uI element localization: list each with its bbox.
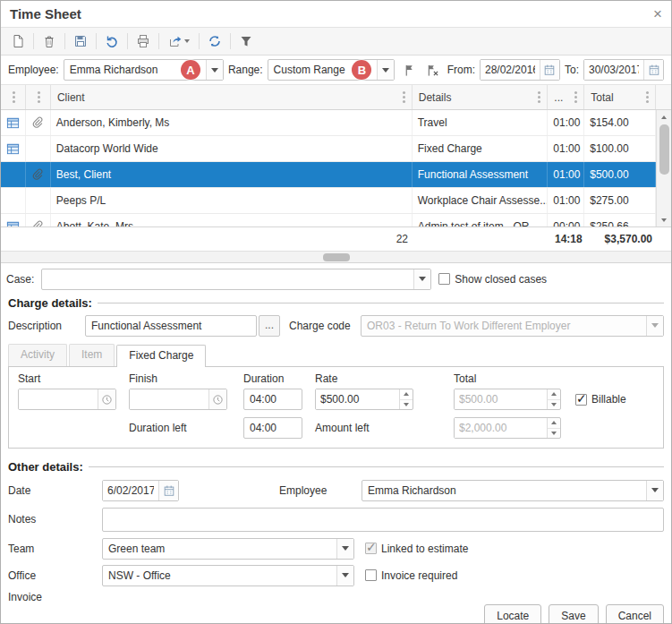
rate-spinner[interactable] bbox=[399, 389, 413, 409]
section-rule bbox=[89, 466, 664, 467]
amount-left-spinner[interactable] bbox=[547, 418, 560, 438]
duration-left-input[interactable] bbox=[243, 417, 302, 439]
spinner-up-icon[interactable] bbox=[548, 418, 560, 429]
export-button[interactable] bbox=[163, 30, 195, 52]
billable-checkbox[interactable]: Billable bbox=[575, 393, 626, 406]
employee-dropdown-button[interactable] bbox=[206, 60, 223, 80]
total-spinner[interactable] bbox=[547, 389, 560, 409]
spinner-down-icon[interactable] bbox=[548, 429, 560, 439]
office-row: Office NSW - Office Invoice required bbox=[1, 564, 671, 586]
spinner-up-icon[interactable] bbox=[548, 389, 560, 400]
refresh-button[interactable] bbox=[203, 30, 226, 52]
office-value: NSW - Office bbox=[103, 566, 336, 586]
range-filter-combo[interactable]: Custom Range B bbox=[268, 59, 396, 81]
team-combo[interactable]: Green team bbox=[102, 538, 354, 560]
window-title: Time Sheet bbox=[10, 6, 81, 21]
table-row-selected[interactable]: Best, Client Functional Assessment 01:00… bbox=[1, 162, 656, 188]
delete-button[interactable] bbox=[38, 30, 61, 52]
table-row[interactable]: Abott, Kate, Mrs Admin test of item - OR… bbox=[1, 214, 656, 227]
section-rule bbox=[98, 303, 664, 303]
to-date-input[interactable] bbox=[584, 60, 643, 80]
grid-header-total[interactable]: Total bbox=[584, 85, 656, 109]
print-button[interactable] bbox=[132, 30, 155, 52]
checkbox-unchecked-icon[interactable] bbox=[365, 569, 377, 581]
clear-flag-button[interactable] bbox=[423, 60, 443, 80]
team-value: Green team bbox=[103, 539, 336, 559]
save-button[interactable] bbox=[69, 30, 92, 52]
employee-filter-combo[interactable]: Emma Richardson A bbox=[64, 59, 224, 81]
grid-header-client[interactable]: Client bbox=[51, 85, 413, 109]
from-date-input[interactable] bbox=[481, 60, 540, 80]
start-clock-button[interactable] bbox=[98, 389, 115, 409]
checkbox-checked-icon[interactable] bbox=[575, 394, 587, 406]
description-input[interactable] bbox=[85, 315, 257, 337]
vertical-scrollbar-thumb[interactable] bbox=[659, 124, 669, 175]
employee-dropdown-button[interactable] bbox=[646, 481, 663, 500]
team-dropdown-button[interactable] bbox=[336, 539, 353, 559]
spinner-up-icon[interactable] bbox=[400, 389, 413, 400]
column-menu-icon[interactable] bbox=[646, 96, 649, 98]
range-dropdown-button[interactable] bbox=[377, 60, 394, 80]
duration-input[interactable] bbox=[243, 389, 302, 410]
notes-row: Notes bbox=[1, 507, 671, 532]
locate-button[interactable]: Locate bbox=[484, 604, 541, 624]
summary-total: $3,570.00 bbox=[586, 233, 658, 245]
column-menu-icon[interactable] bbox=[38, 96, 40, 98]
charge-code-dropdown-button[interactable] bbox=[646, 316, 663, 336]
table-row[interactable]: Peeps P/L Workplace Chair Assesse... 01:… bbox=[1, 188, 656, 214]
grid-header-duration[interactable]: ... bbox=[548, 85, 584, 109]
grid-header-icon-col-1[interactable] bbox=[1, 85, 26, 109]
vertical-scrollbar[interactable] bbox=[656, 110, 671, 227]
grid-header-icon-col-2[interactable] bbox=[26, 85, 51, 109]
column-menu-icon[interactable] bbox=[403, 96, 405, 98]
horizontal-scrollbar[interactable] bbox=[1, 251, 671, 262]
charge-code-combo[interactable]: OR03 - Return To Work Different Employer bbox=[361, 315, 664, 337]
chevron-down-icon bbox=[651, 323, 659, 328]
column-menu-icon[interactable] bbox=[13, 96, 15, 98]
amount-left-input[interactable] bbox=[455, 418, 547, 438]
finish-clock-button[interactable] bbox=[208, 389, 226, 409]
finish-time-input[interactable] bbox=[130, 389, 208, 409]
horizontal-scrollbar-thumb[interactable] bbox=[323, 253, 350, 261]
fixed-charge-panel: Start Finish Duration Rate Total bbox=[8, 366, 664, 449]
scroll-down-button[interactable] bbox=[657, 213, 671, 227]
office-dropdown-button[interactable] bbox=[336, 566, 353, 586]
case-combo[interactable] bbox=[41, 269, 431, 290]
total-input[interactable] bbox=[455, 389, 547, 409]
grid-header-corner bbox=[656, 85, 671, 109]
invoice-required-checkbox[interactable]: Invoice required bbox=[365, 569, 457, 582]
column-menu-icon[interactable] bbox=[538, 96, 540, 98]
filter-button[interactable] bbox=[234, 30, 258, 52]
date-calendar-button[interactable] bbox=[158, 481, 178, 500]
grid-header-details[interactable]: Details bbox=[413, 85, 549, 109]
table-row[interactable]: Anderson, Kimberly, Ms Travel 01:00 $154… bbox=[1, 110, 656, 136]
undo-button[interactable] bbox=[100, 30, 123, 52]
tab-fixed-charge[interactable]: Fixed Charge bbox=[116, 345, 206, 367]
description-browse-button[interactable]: ... bbox=[259, 315, 280, 337]
new-document-button[interactable] bbox=[6, 30, 30, 52]
show-closed-cases-checkbox[interactable]: Show closed cases bbox=[438, 273, 547, 286]
table-row[interactable]: Datacorp World Wide Fixed Charge 01:00 $… bbox=[1, 136, 656, 162]
clock-icon bbox=[212, 394, 224, 406]
rate-input[interactable] bbox=[316, 389, 399, 409]
spinner-down-icon[interactable] bbox=[400, 400, 413, 410]
spinner-down-icon[interactable] bbox=[548, 400, 560, 410]
start-time-input[interactable] bbox=[19, 389, 98, 409]
set-flag-button[interactable] bbox=[399, 60, 419, 80]
notes-input[interactable] bbox=[102, 508, 664, 532]
checkbox-unchecked-icon[interactable] bbox=[438, 273, 450, 285]
date-input[interactable] bbox=[103, 481, 158, 500]
linked-to-estimate-checkbox: Linked to estimate bbox=[365, 543, 468, 555]
save-button-footer[interactable]: Save bbox=[549, 604, 598, 624]
office-combo[interactable]: NSW - Office bbox=[102, 565, 354, 586]
close-icon[interactable]: × bbox=[653, 6, 662, 21]
column-menu-icon[interactable] bbox=[574, 96, 577, 98]
undo-icon bbox=[105, 34, 119, 48]
from-date-calendar-button[interactable] bbox=[540, 60, 559, 80]
case-dropdown-button[interactable] bbox=[413, 269, 430, 289]
scroll-up-button[interactable] bbox=[657, 110, 671, 124]
cancel-button[interactable]: Cancel bbox=[606, 604, 664, 624]
employee-combo[interactable]: Emma Richardson bbox=[362, 480, 664, 501]
to-date-calendar-button[interactable] bbox=[643, 60, 663, 80]
chevron-down-icon bbox=[419, 277, 426, 281]
